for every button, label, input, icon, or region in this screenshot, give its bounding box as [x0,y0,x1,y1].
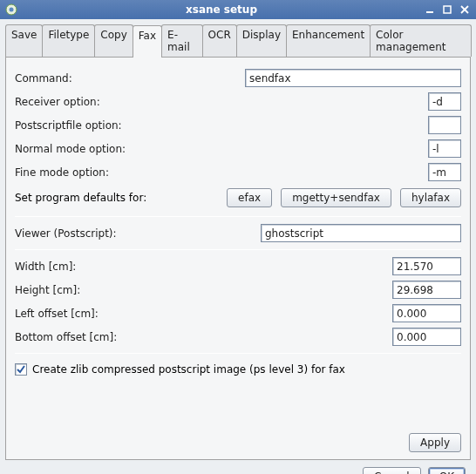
receiver-option-input[interactable] [428,92,461,111]
fax-panel: Command: Receiver option: Postscriptfile… [5,58,471,460]
cancel-button[interactable]: Cancel [363,467,421,474]
normal-mode-option-input[interactable] [428,139,461,158]
tab-fax[interactable]: Fax [133,25,162,58]
tab-copy[interactable]: Copy [94,24,133,57]
postscriptfile-option-label: Postscriptfile option: [15,119,122,132]
maximize-button[interactable] [440,3,454,17]
window-title: xsane setup [24,3,419,16]
command-label: Command: [15,72,72,85]
hylafax-button[interactable]: hylafax [400,188,461,207]
bottom-offset-input[interactable] [392,328,461,346]
tab-email[interactable]: E-mail [161,24,203,57]
titlebar: xsane setup [0,0,476,19]
close-button[interactable] [458,3,472,17]
left-offset-label: Left offset [cm]: [15,308,99,320]
mgetty-sendfax-button[interactable]: mgetty+sendfax [281,188,391,207]
dialog-buttons: Cancel OK [5,460,471,474]
svg-rect-2 [426,11,433,13]
zlib-checkbox[interactable] [15,363,27,376]
apply-button[interactable]: Apply [409,433,461,452]
zlib-label: Create zlib compressed postscript image … [32,363,345,376]
app-icon [4,3,18,17]
tab-filetype[interactable]: Filetype [42,24,95,57]
tab-save[interactable]: Save [5,24,43,57]
tab-enhancement[interactable]: Enhancement [286,24,371,57]
tab-display[interactable]: Display [236,24,287,57]
receiver-option-label: Receiver option: [15,96,100,108]
content: Save Filetype Copy Fax E-mail OCR Displa… [0,19,476,474]
separator [15,216,461,217]
width-input[interactable] [392,257,461,275]
tab-color-management[interactable]: Color management [370,24,472,57]
separator [15,353,461,354]
viewer-label: Viewer (Postscript): [15,227,117,240]
command-input[interactable] [245,69,461,87]
left-offset-input[interactable] [392,304,461,322]
fine-mode-option-input[interactable] [428,163,461,181]
normal-mode-option-label: Normal mode option: [15,143,126,155]
width-label: Width [cm]: [15,261,76,273]
defaults-label: Set program defaults for: [15,192,146,204]
fine-mode-option-label: Fine mode option: [15,166,109,179]
height-input[interactable] [392,281,461,299]
viewer-input[interactable] [261,224,461,242]
postscriptfile-option-input[interactable] [428,116,461,134]
svg-rect-3 [444,6,451,13]
minimize-button[interactable] [423,3,437,17]
ok-mnemonic: O [439,471,447,474]
separator [15,249,461,250]
ok-button[interactable]: OK [428,467,466,474]
tab-ocr[interactable]: OCR [202,24,237,57]
tabs: Save Filetype Copy Fax E-mail OCR Displa… [5,24,471,58]
height-label: Height [cm]: [15,284,80,296]
efax-button[interactable]: efax [227,188,272,207]
bottom-offset-label: Bottom offset [cm]: [15,331,117,343]
ok-suffix: K [447,471,454,474]
svg-point-1 [10,8,14,12]
